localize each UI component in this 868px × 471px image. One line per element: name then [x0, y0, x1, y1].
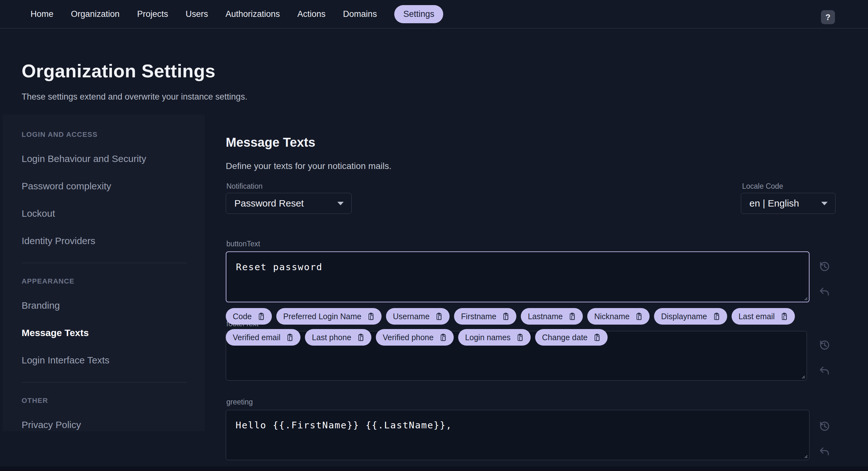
- nav-item-actions[interactable]: Actions: [297, 9, 326, 19]
- undo-icon[interactable]: [818, 286, 831, 298]
- caret-down-icon: [337, 202, 344, 205]
- sidebar-item-login-behaviour-and-security[interactable]: Login Behaviour and Security: [22, 153, 187, 164]
- chip-verified-phone[interactable]: Verified phone: [376, 329, 454, 346]
- greeting-label: greeting: [226, 398, 253, 406]
- sidebar-item-message-texts[interactable]: Message Texts: [22, 327, 187, 338]
- variable-chip-row-2: Verified email Last phone Verified phone…: [226, 329, 608, 346]
- nav-item-settings[interactable]: Settings: [394, 5, 443, 23]
- chip-change-date[interactable]: Change date: [535, 329, 608, 346]
- chip-firstname[interactable]: Firstname: [454, 308, 516, 325]
- chip-label: Nickname: [594, 312, 629, 321]
- chip-login-names[interactable]: Login names: [458, 329, 531, 346]
- sidebar-item-lockout[interactable]: Lockout: [22, 208, 187, 219]
- help-button[interactable]: ?: [821, 10, 835, 24]
- sidebar-divider: [22, 382, 187, 383]
- notification-label: Notification: [226, 182, 262, 190]
- sidebar-item-branding[interactable]: Branding: [22, 300, 187, 311]
- bottom-edge-strip: [0, 467, 868, 471]
- nav-item-authorizations[interactable]: Authorizations: [225, 9, 280, 19]
- undo-icon[interactable]: [818, 445, 831, 458]
- nav-item-users[interactable]: Users: [186, 9, 208, 19]
- locale-code-label: Locale Code: [742, 182, 783, 190]
- chip-label: Login names: [465, 333, 510, 342]
- chip-displayname[interactable]: Displayname: [654, 308, 727, 325]
- chip-label: Username: [393, 312, 430, 321]
- chip-nickname[interactable]: Nickname: [587, 308, 650, 325]
- chip-label: Change date: [542, 333, 588, 342]
- history-icon[interactable]: [818, 419, 831, 432]
- clipboard-icon[interactable]: [516, 333, 524, 342]
- nav-item-domains[interactable]: Domains: [343, 9, 377, 19]
- undo-icon[interactable]: [818, 365, 831, 377]
- chip-preferred-login-name[interactable]: Preferred Login Name: [276, 308, 381, 325]
- greeting-textarea[interactable]: Hello {{.FirstName}} {{.LastName}},: [226, 410, 809, 460]
- variable-chip-row-1: Code Preferred Login Name Username First…: [226, 308, 795, 325]
- chip-label: Last email: [739, 312, 775, 321]
- buttontext-field: Reset password: [226, 252, 809, 302]
- chip-code[interactable]: Code: [226, 308, 272, 325]
- sidebar-section-header-login-and-access: LOGIN AND ACCESS: [22, 130, 187, 139]
- caret-down-icon: [821, 202, 828, 205]
- history-icon[interactable]: [818, 260, 831, 272]
- section-heading: Message Texts: [226, 135, 315, 150]
- greeting-field: Hello {{.FirstName}} {{.LastName}},: [226, 410, 809, 460]
- clipboard-icon[interactable]: [439, 333, 447, 342]
- chip-lastname[interactable]: Lastname: [521, 308, 583, 325]
- nav-item-projects[interactable]: Projects: [137, 9, 168, 19]
- history-icon[interactable]: [818, 338, 831, 351]
- nav-item-organization[interactable]: Organization: [71, 9, 120, 19]
- chip-last-email[interactable]: Last email: [732, 308, 795, 325]
- locale-code-select-value: en | English: [749, 198, 799, 209]
- chip-label: Verified email: [233, 333, 280, 342]
- clipboard-icon[interactable]: [367, 312, 375, 321]
- clipboard-icon[interactable]: [780, 312, 788, 321]
- sidebar-item-privacy-policy[interactable]: Privacy Policy: [22, 419, 187, 430]
- chip-label: Last phone: [312, 333, 351, 342]
- chip-label: Code: [233, 312, 252, 321]
- nav-item-home[interactable]: Home: [31, 9, 54, 19]
- locale-code-select[interactable]: en | English: [741, 193, 836, 214]
- clipboard-icon[interactable]: [593, 333, 601, 342]
- buttontext-label: buttonText: [226, 240, 260, 248]
- clipboard-icon[interactable]: [356, 333, 365, 342]
- chip-username[interactable]: Username: [386, 308, 450, 325]
- chip-label: Firstname: [461, 312, 496, 321]
- clipboard-icon[interactable]: [712, 312, 721, 321]
- sidebar-item-password-complexity[interactable]: Password complexity: [22, 181, 187, 192]
- sidebar-item-identity-providers[interactable]: Identity Providers: [22, 235, 187, 246]
- notification-select[interactable]: Password Reset: [226, 193, 352, 214]
- chip-last-phone[interactable]: Last phone: [305, 329, 371, 346]
- clipboard-icon[interactable]: [568, 312, 577, 321]
- chip-label: Preferred Login Name: [283, 312, 362, 321]
- clipboard-icon[interactable]: [257, 312, 266, 321]
- page-subtitle: These settings extend and overwrite your…: [22, 92, 247, 102]
- settings-sidebar: LOGIN AND ACCESSLogin Behaviour and Secu…: [3, 115, 205, 431]
- buttontext-textarea[interactable]: Reset password: [226, 252, 809, 302]
- sidebar-section-header-appearance: APPEARANCE: [22, 277, 187, 286]
- chip-label: Lastname: [528, 312, 563, 321]
- chip-label: Displayname: [661, 312, 707, 321]
- clipboard-icon[interactable]: [501, 312, 510, 321]
- chip-verified-email[interactable]: Verified email: [226, 329, 301, 346]
- section-description: Define your texts for your notication ma…: [226, 161, 392, 171]
- sidebar-item-login-interface-texts[interactable]: Login Interface Texts: [22, 355, 187, 366]
- clipboard-icon[interactable]: [634, 312, 643, 321]
- question-mark-icon: ?: [826, 12, 831, 22]
- page-title: Organization Settings: [22, 60, 216, 82]
- top-nav-list: HomeOrganizationProjectsUsersAuthorizati…: [31, 5, 443, 23]
- sidebar-divider: [22, 263, 187, 263]
- notification-select-value: Password Reset: [234, 198, 304, 209]
- clipboard-icon[interactable]: [285, 333, 294, 342]
- top-navigation: HomeOrganizationProjectsUsersAuthorizati…: [0, 0, 868, 29]
- chip-label: Verified phone: [383, 333, 434, 342]
- sidebar-section-header-other: OTHER: [22, 396, 187, 405]
- clipboard-icon[interactable]: [435, 312, 443, 321]
